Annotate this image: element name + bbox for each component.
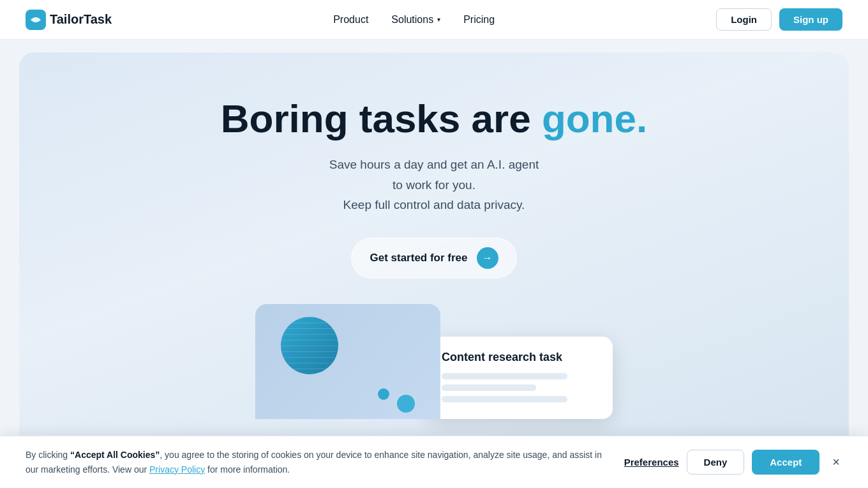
chevron-down-icon: ▾ xyxy=(437,16,440,23)
logo-text: TailorTask xyxy=(50,12,112,27)
nav-actions: Login Sign up xyxy=(716,8,842,31)
login-button[interactable]: Login xyxy=(716,8,772,31)
task-card-line-1 xyxy=(442,373,567,379)
cookie-actions: Preferences Deny Accept × xyxy=(624,450,842,475)
hero-headline: Boring tasks are gone. xyxy=(221,97,647,141)
navbar: TailorTask Product Solutions ▾ Pricing L… xyxy=(0,0,868,40)
hero-cards: Content research task xyxy=(243,304,625,419)
nav-product-link[interactable]: Product xyxy=(333,14,368,26)
logo-link[interactable]: TailorTask xyxy=(26,10,112,30)
cta-button[interactable]: Get started for free → xyxy=(351,238,516,278)
dot-illustration-1 xyxy=(378,388,389,400)
accept-button[interactable]: Accept xyxy=(752,450,819,475)
cta-label: Get started for free xyxy=(370,252,467,264)
preferences-button[interactable]: Preferences xyxy=(624,457,679,468)
dot-illustration-2 xyxy=(397,395,415,413)
privacy-policy-link[interactable]: Privacy Policy xyxy=(149,464,205,475)
task-card: Content research task xyxy=(428,337,613,419)
close-cookie-button[interactable]: × xyxy=(830,452,842,472)
deny-button[interactable]: Deny xyxy=(687,450,745,475)
illustration-card xyxy=(255,304,440,419)
nav-links: Product Solutions ▾ Pricing xyxy=(333,14,495,26)
signup-button[interactable]: Sign up xyxy=(779,8,842,31)
sphere-illustration xyxy=(281,317,338,374)
cookie-text: By clicking “Accept All Cookies”, you ag… xyxy=(26,448,605,477)
logo-icon xyxy=(26,10,46,30)
arrow-right-icon: → xyxy=(477,247,498,269)
hero-subtext: Save hours a day and get an A.I. agent t… xyxy=(329,155,539,215)
hero-section: Boring tasks are gone. Save hours a day … xyxy=(19,52,849,474)
cookie-banner: By clicking “Accept All Cookies”, you ag… xyxy=(0,436,868,488)
task-card-line-3 xyxy=(442,396,567,402)
task-card-title: Content research task xyxy=(442,351,599,364)
nav-pricing-link[interactable]: Pricing xyxy=(463,14,495,26)
nav-solutions-link[interactable]: Solutions ▾ xyxy=(391,14,440,26)
task-card-line-2 xyxy=(442,385,536,391)
